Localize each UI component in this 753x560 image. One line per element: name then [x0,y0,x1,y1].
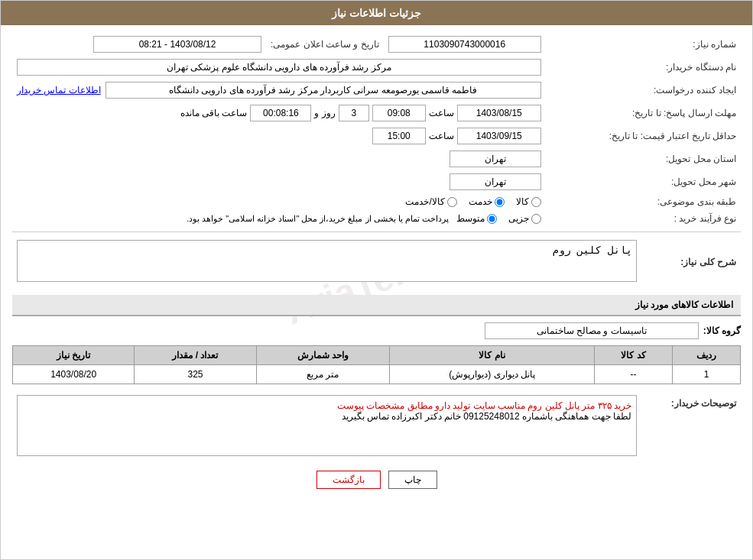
mohlatErsalPasokh-label: مهلت ارسال پاسخ: تا تاریخ: [546,102,741,125]
print-button[interactable]: چاپ [388,471,437,489]
back-button[interactable]: بازگشت [316,471,381,489]
noeFarayand-motavasset-radio[interactable] [487,214,497,224]
tarikh-label: تاریخ و ساعت اعلان عمومی: [266,33,384,56]
page-header: جزئیات اطلاعات نیاز [1,1,752,25]
tosiye-label: توصیحات خریدار: [641,392,741,459]
mohlatRooz-value: 3 [339,105,369,121]
ijaadKonande-link[interactable]: اطلاعات تماس خریدار [17,85,101,95]
tarikh-value: 1403/08/12 - 08:21 [93,36,261,53]
hadaghalSaat-value: 15:00 [372,128,426,144]
tosiye-content: خرید ۳۲۵ متر پانل کلین روم مناسب سایت تو… [17,395,637,456]
tosiye-line1: خرید ۳۲۵ متر پانل کلین روم مناسب سایت تو… [22,400,631,411]
goods-col-kod: کد کالا [595,346,673,365]
garohKala-value: تاسیسات و مصالح ساختمانی [485,322,699,339]
noeFarayand-jozi-radio[interactable] [531,214,541,224]
noeFarayand-jozi-option[interactable]: جزیی [508,213,541,224]
tabaghe-khadamat-label: خدمت [469,196,492,207]
hadaghalSaat-label: ساعت [429,131,454,141]
noeFarayand-note: پرداخت تمام یا بخشی از مبلغ خرید،از محل … [187,214,449,224]
ostan-value: تهران [450,151,541,167]
baghimande-label: ساعت باقی مانده [180,108,248,118]
baghimande-value: 00:08:16 [250,105,311,121]
shahr-value: تهران [450,173,541,190]
noeFarayand-jozi-label: جزیی [508,213,529,224]
sharhKoli-label: شرح کلی نیاز: [641,237,741,287]
noeFarayand-motavasset-label: متوسط [456,213,485,224]
namDastgah-label: نام دستگاه خریدار: [546,56,741,79]
shahr-label: شهر محل تحویل: [546,170,741,193]
mohlatRooz-label: روز و [314,108,335,118]
tabaghe-kalakhadamat-option[interactable]: کالا/خدمت [405,196,456,207]
ostan-label: استان محل تحویل: [546,147,741,170]
noeFarayand-motavasset-option[interactable]: متوسط [456,213,497,224]
tosiye-line2: لطفا جهت هماهنگی باشماره 09125248012 خان… [22,411,631,422]
tabaghe-label: طبقه بندی موضوعی: [546,193,741,210]
ijaadKonande-label: ایجاد کننده درخواست: [546,79,741,102]
namDastgah-value: مرکز رشد فرآورده های دارویی دانشگاه علوم… [17,59,541,76]
goods-col-vahed: واحد شمارش [256,346,389,365]
goods-col-tedad: تعداد / مقدار [135,346,256,365]
table-row: 1--پانل دیواری (دیوارپوش)متر مربع3251403… [13,365,741,384]
tabaghe-kalakhadamat-radio[interactable] [447,197,457,207]
mohlatSaat-label: ساعت [429,108,454,118]
ijaadKonande-value: فاطمه قاسمی یورصومعه سرانی کاربردار مرکز… [105,82,541,99]
garohKala-label: گروه کالا: [703,325,741,336]
kalaInfo-section-header: اطلاعات کالاهای مورد نیاز [12,295,741,316]
mohlatSaat-value: 09:08 [372,105,426,121]
tabaghe-khadamat-option[interactable]: خدمت [469,196,505,207]
goods-col-radif: ردیف [673,346,741,365]
shomareNiaz-value: 1103090743000016 [388,36,541,53]
shomareNiaz-label: شماره نیاز: [546,33,741,56]
goods-col-nam: نام کالا [389,346,594,365]
tabaghe-kala-label: کالا [516,196,529,207]
noeFarayand-label: نوع فرآیند خرید : [546,210,741,227]
tabaghe-kala-radio[interactable] [531,197,541,207]
page-title: جزئیات اطلاعات نیاز [332,7,421,19]
hadaghalTarikh-label: حداقل تاریخ اعتبار قیمت: تا تاریخ: [546,125,741,147]
hadaghalDate-value: 1403/09/15 [457,128,541,144]
mohlatDate-value: 1403/08/15 [457,105,541,121]
goods-col-tarikh: تاریخ نیاز [13,346,135,365]
tabaghe-khadamat-radio[interactable] [495,197,505,207]
tabaghe-kala-option[interactable]: کالا [516,196,541,207]
tabaghe-kalakhadamat-label: کالا/خدمت [405,196,444,207]
sharhKoli-value [17,240,637,282]
